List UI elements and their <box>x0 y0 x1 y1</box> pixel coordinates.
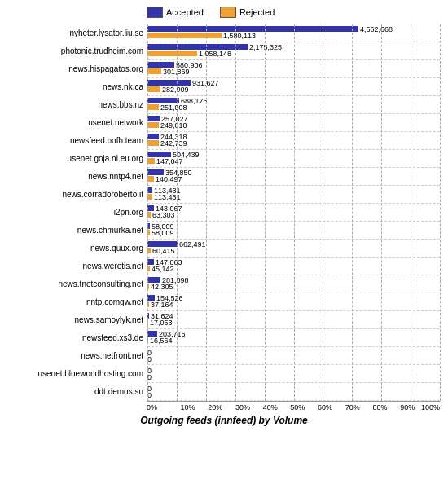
row-label: nyheter.lysator.liu.se <box>8 24 147 42</box>
bar-row: 281,09842,305 <box>147 275 440 293</box>
bar-row: 113,431113,431 <box>147 186 440 204</box>
accepted-legend-label: Accepted <box>166 7 204 17</box>
x-tick: 70% <box>339 403 367 412</box>
bar-row: 4,562,6681,580,113 <box>147 24 440 42</box>
grid-line <box>440 24 441 401</box>
rejected-value: 42,305 <box>151 283 173 291</box>
bar-row: 58,00958,009 <box>147 222 440 240</box>
bar-row: 688,175251,008 <box>147 96 440 114</box>
row-label: usenet.goja.nl.eu.org <box>8 150 147 168</box>
accepted-value: 931,627 <box>192 79 219 87</box>
rejected-value: 140,497 <box>156 175 182 183</box>
legend-accepted: Accepted <box>147 7 204 18</box>
rejected-value: 1,058,148 <box>199 50 231 58</box>
bar-row: 00 <box>147 365 440 383</box>
bar-row: 931,627282,909 <box>147 78 440 96</box>
rejected-value: 242,739 <box>160 139 187 147</box>
row-label: news.bbs.nz <box>8 96 147 114</box>
row-label: photonic.trudheim.com <box>8 42 147 60</box>
row-label: news.tnetconsulting.net <box>8 275 147 293</box>
accepted-value: 4,562,668 <box>360 25 393 33</box>
row-label: news.weretis.net <box>8 258 147 275</box>
bar-row: 244,318242,739 <box>147 132 440 150</box>
row-label: usenet.blueworldhosting.com <box>8 365 147 383</box>
rejected-value: 1,580,113 <box>223 32 256 40</box>
row-label: news.chmurka.net <box>8 222 147 240</box>
x-tick: 50% <box>284 403 312 412</box>
x-tick: 100% <box>421 403 440 412</box>
row-label: usenet.network <box>8 114 147 132</box>
rejected-value: 17,053 <box>150 319 173 327</box>
bar-row: 580,906301,869 <box>147 60 440 78</box>
rejected-value: 282,909 <box>162 86 189 94</box>
rejected-value: 58,009 <box>152 229 174 237</box>
bars-col: 4,562,6681,580,1132,175,3251,058,148580,… <box>147 24 440 402</box>
rejected-legend-box <box>220 7 236 18</box>
legend: Accepted Rejected <box>8 7 440 18</box>
rejected-value: 301,869 <box>163 68 190 76</box>
x-tick: 30% <box>229 403 257 412</box>
row-label: i2pn.org <box>8 204 147 222</box>
rejected-value: 251,008 <box>160 103 187 112</box>
row-label: news.quux.org <box>8 240 147 258</box>
x-tick: 0% <box>147 403 174 412</box>
x-axis: 0%10%20%30%40%50%60%70%80%90%100% <box>147 403 440 412</box>
accepted-legend-box <box>147 7 163 18</box>
bar-row: 354,850140,497 <box>147 168 440 186</box>
row-label: ddt.demos.su <box>8 383 147 401</box>
x-tick: 20% <box>201 403 229 412</box>
row-label: news.hispagatos.org <box>8 60 147 78</box>
x-tick: 10% <box>174 403 202 412</box>
chart-inner: nyheter.lysator.liu.sephotonic.trudheim.… <box>8 24 440 402</box>
legend-rejected: Rejected <box>220 7 275 18</box>
bar-row: 154,52637,164 <box>147 293 440 311</box>
x-tick: 40% <box>257 403 284 412</box>
chart-title: Outgoing feeds (innfeed) by Volume <box>8 415 440 426</box>
bar-row: 257,027249,010 <box>147 114 440 132</box>
x-tick: 90% <box>393 403 421 412</box>
rejected-value: 16,564 <box>150 337 173 345</box>
bar-row: 00 <box>147 347 440 365</box>
accepted-value: 2,175,325 <box>249 43 282 51</box>
bar-row: 147,86345,142 <box>147 258 440 275</box>
rejected-value: 249,010 <box>160 121 187 130</box>
rejected-value: 45,142 <box>152 265 174 273</box>
x-tick: 80% <box>367 403 394 412</box>
bar-row: 203,71616,564 <box>147 329 440 347</box>
row-label: news.nntp4.net <box>8 168 147 186</box>
bar-row: 00 <box>147 383 440 401</box>
rejected-value: 63,303 <box>152 211 175 219</box>
row-label: newsfeed.xs3.de <box>8 329 147 347</box>
rejected-value: 37,164 <box>151 301 173 309</box>
rejected-value: 147,047 <box>156 157 183 165</box>
bar-row: 662,49160,415 <box>147 240 440 258</box>
row-label: news.corradoroberto.it <box>8 186 147 204</box>
rejected-legend-label: Rejected <box>239 7 275 17</box>
rejected-value: 60,415 <box>152 247 175 255</box>
row-label: news.samoylyk.net <box>8 311 147 329</box>
row-label: news.netfront.net <box>8 347 147 365</box>
row-label: news.nk.ca <box>8 78 147 96</box>
row-label: newsfeed.bofh.team <box>8 132 147 150</box>
row-label: nntp.comgw.net <box>8 293 147 311</box>
bar-row: 143,06763,303 <box>147 204 440 222</box>
bar-row: 504,439147,047 <box>147 150 440 168</box>
bar-row: 31,62417,053 <box>147 311 440 329</box>
bar-row: 2,175,3251,058,148 <box>147 42 440 60</box>
labels-col: nyheter.lysator.liu.sephotonic.trudheim.… <box>8 24 147 402</box>
accepted-value: 662,491 <box>179 240 206 249</box>
chart-container: Accepted Rejected nyheter.lysator.liu.se… <box>0 0 448 493</box>
rejected-value: 113,431 <box>154 193 181 201</box>
x-tick: 60% <box>311 403 339 412</box>
